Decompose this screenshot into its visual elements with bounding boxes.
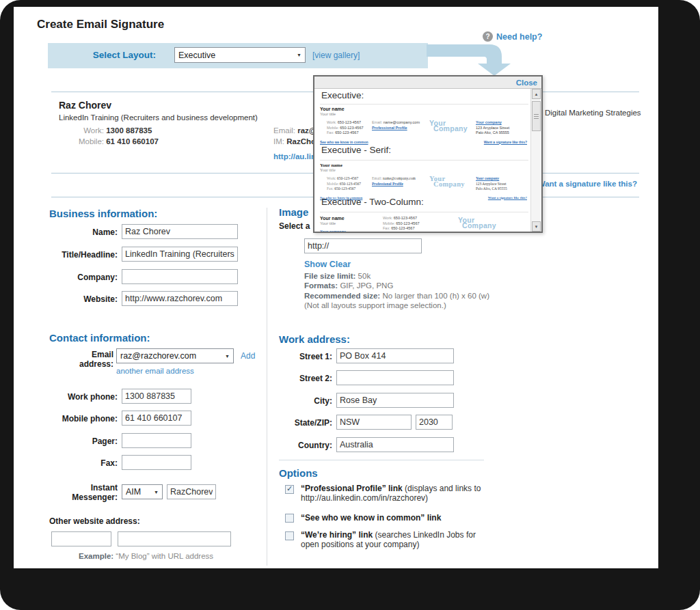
company-input[interactable] (122, 269, 238, 284)
preview-email-row: Email: raz@ (273, 126, 317, 135)
country-label: Country: (241, 441, 332, 450)
know-in-common-checkbox[interactable] (285, 514, 294, 523)
email-address-select[interactable]: raz@razchorev.com ▼ (116, 348, 234, 363)
layout-gallery-popup: Close Executive: Your name Your title Wo… (313, 75, 543, 233)
executive-two-column-heading: Executive - Two-Column: (321, 197, 424, 207)
title-headline-input[interactable] (122, 247, 238, 262)
other-website-url-input[interactable] (118, 531, 231, 546)
im-service-select[interactable]: AIM ▼ (122, 484, 163, 499)
scroll-down-icon[interactable]: ▼ (532, 221, 541, 232)
mobile-phone-input[interactable] (122, 411, 191, 426)
instant-messenger-label-2: Messenger: (27, 493, 118, 502)
dropdown-arrow-icon: ▼ (297, 53, 301, 57)
business-info-heading: Business information: (49, 208, 157, 219)
popup-titlebar: Close (314, 77, 541, 89)
want-signature-link[interactable]: Want a signature like this? (538, 180, 637, 188)
scroll-up-icon[interactable]: ▲ (532, 89, 541, 99)
pager-label: Pager: (27, 436, 118, 446)
close-link[interactable]: Close (516, 79, 537, 87)
fax-label: Fax: (27, 458, 118, 468)
email-address-value: raz@razchorev.com (120, 351, 196, 361)
file-size-limit: File size limit: 50k (304, 272, 371, 280)
popup-content: Executive: Your name Your title Work: 65… (314, 89, 541, 232)
contact-info-heading: Contact information: (49, 332, 150, 344)
executive-heading: Executive: (321, 90, 364, 100)
preview-right-text: Digital Marketing Strategies (545, 109, 641, 117)
im-handle-input[interactable] (167, 484, 216, 499)
company-label: Company: (27, 273, 118, 282)
country-input[interactable] (336, 437, 454, 452)
image-heading: Image (279, 206, 308, 218)
view-gallery-link[interactable]: [view gallery] (312, 51, 360, 60)
preview-name: Raz Chorev (59, 100, 111, 111)
state-zip-label: State/ZIP: (241, 418, 332, 428)
preview-headline: LinkedIn Training (Recruiters and busine… (59, 113, 258, 122)
select-layout-label: Select Layout: (48, 50, 156, 60)
professional-profile-checkbox[interactable]: ✓ (285, 485, 294, 494)
executive-two-column-sample: Your name Your title Your company 123 An… (320, 212, 528, 232)
other-website-heading: Other website address: (49, 516, 140, 526)
recommended-size: Recommended size: No larger than 100 (h)… (304, 292, 489, 300)
preview-im-row: IM: RazChor (273, 137, 319, 145)
formats: Formats: GIF, JPG, PNG (304, 281, 393, 290)
other-website-name-input[interactable] (51, 531, 111, 546)
work-phone-label: Work phone: (27, 392, 118, 402)
im-service-value: AIM (126, 487, 141, 497)
scrollbar-thumb[interactable] (532, 101, 541, 131)
options-divider (279, 460, 484, 460)
website-input[interactable] (122, 291, 238, 306)
email-address-label-1: Email (27, 350, 113, 359)
name-label: Name: (27, 227, 118, 237)
image-url-input[interactable] (304, 238, 422, 253)
want-signature-sample-link: Want a signature like this? (484, 140, 527, 144)
show-link[interactable]: Show (304, 260, 327, 269)
preview-profile-url-link[interactable]: http://au.lin (273, 152, 316, 161)
work-address-heading: Work address: (279, 333, 350, 345)
were-hiring-checkbox[interactable] (285, 531, 294, 540)
email-address-label-2: address: (27, 359, 113, 369)
dropdown-arrow-icon: ▼ (154, 490, 159, 495)
your-company-logo: Your Company (458, 217, 504, 232)
preview-work-row: Work: 1300 887835 (55, 126, 152, 135)
your-company-logo: Your Company (429, 120, 476, 136)
know-in-common-option-label: “See who we know in common” link (301, 513, 491, 523)
street2-label: Street 2: (241, 374, 332, 383)
street1-label: Street 1: (241, 352, 332, 361)
column-divider (267, 208, 267, 566)
professional-profile-sample-link: Professional Profile (372, 126, 429, 131)
dropdown-arrow-icon: ▼ (225, 354, 230, 359)
fax-input[interactable] (122, 455, 191, 470)
options-heading: Options (279, 467, 318, 479)
page: Create Email Signature ? Need help? Sele… (14, 7, 658, 568)
your-company-sample-link: Your company (476, 120, 509, 126)
layout-select[interactable]: Executive ▼ (174, 47, 306, 63)
work-phone-input[interactable] (122, 389, 191, 404)
image-note: (Not all layouts support image selection… (304, 301, 446, 309)
website-label: Website: (27, 294, 118, 304)
professional-profile-option-label: “Professional Profile” link (displays an… (301, 484, 491, 503)
mobile-phone-label: Mobile phone: (27, 414, 118, 424)
name-input[interactable] (122, 224, 238, 239)
instant-messenger-label-1: Instant (27, 483, 118, 493)
image-subheading: Select a (279, 221, 310, 231)
popup-scrollbar[interactable]: ▲ ▼ (530, 89, 541, 232)
executive-serif-heading: Executive - Serif: (321, 145, 391, 155)
street2-input[interactable] (336, 370, 454, 385)
pager-input[interactable] (122, 433, 191, 448)
page-title: Create Email Signature (37, 18, 164, 31)
street1-input[interactable] (336, 348, 454, 363)
title-headline-label: Title/Headline: (27, 250, 118, 260)
another-email-link[interactable]: another email address (116, 367, 194, 375)
were-hiring-option-label: “We’re hiring” link (searches LinkedIn J… (301, 530, 487, 549)
city-input[interactable] (336, 393, 454, 408)
layout-select-value: Executive (178, 51, 215, 60)
preview-mobile-row: Mobile: 61 410 660107 (55, 137, 159, 145)
executive-serif-sample: Your name Your title Work: 650-123-4567 … (320, 160, 528, 201)
state-input[interactable] (336, 415, 412, 430)
checkmark-icon: ✓ (286, 485, 293, 493)
your-company-logo: Your Company (429, 176, 476, 192)
zip-input[interactable] (416, 415, 453, 430)
clear-link[interactable]: Clear (329, 260, 351, 269)
city-label: City: (241, 396, 332, 406)
see-common-sample-link: See who we know in common (320, 140, 368, 144)
